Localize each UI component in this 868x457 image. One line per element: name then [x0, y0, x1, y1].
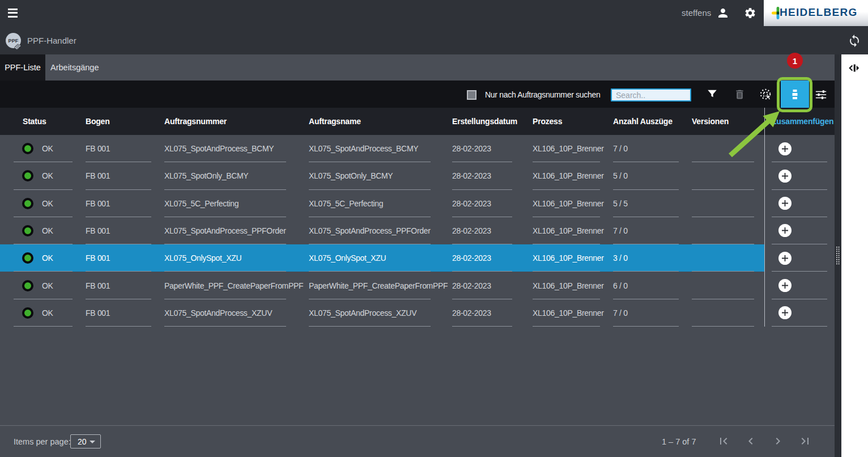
- merge-add-button[interactable]: [778, 279, 792, 292]
- column-header-auftragsnummer[interactable]: Auftragsnummer: [164, 117, 309, 126]
- plus-icon: [781, 172, 789, 180]
- column-settings-icon[interactable]: [815, 88, 827, 101]
- cell-auftragsname: XL075_SpotAndProcess_XZUV: [309, 299, 452, 327]
- more-actions-button[interactable]: [781, 81, 809, 108]
- refresh-icon[interactable]: [848, 34, 861, 48]
- filter-icon[interactable]: [706, 88, 718, 100]
- cell-auftragsname: XL075_SpotAndProcess_BCMY: [309, 135, 452, 162]
- tab-ppf-liste[interactable]: PPF-Liste: [0, 54, 45, 81]
- settings-gear-icon[interactable]: [744, 7, 756, 19]
- cell-anzahl-auszuege: 5 / 0: [613, 162, 692, 189]
- column-header-prozess[interactable]: Prozess: [533, 117, 613, 126]
- app-title: PPF-Handler: [27, 36, 76, 45]
- merge-add-button[interactable]: [778, 252, 792, 265]
- cell-erstellungsdatum: 28-02-2023: [452, 272, 533, 299]
- column-divider: [764, 108, 765, 327]
- items-per-page-select[interactable]: 20: [70, 434, 101, 448]
- username-label: steffens: [682, 8, 711, 18]
- cell-zusammenfuegen: [764, 244, 835, 272]
- cell-zusammenfuegen: [764, 135, 835, 162]
- cell-prozess: XL106_10P_Brenner: [533, 135, 613, 162]
- plus-icon: [781, 282, 789, 289]
- cell-anzahl-auszuege: 3 / 0: [613, 244, 692, 272]
- column-header-zusammenfuegen[interactable]: Zusammenfügen: [764, 117, 835, 126]
- cell-zusammenfuegen: [764, 272, 835, 299]
- select-area-icon[interactable]: [759, 88, 773, 101]
- table-row[interactable]: OK FB 001 XL075_SpotOnly_BCMY XL075_Spot…: [0, 162, 835, 189]
- cell-prozess: XL106_10P_Brenner: [533, 272, 613, 299]
- ppf-table: Status Bogen Auftragsnummer Auftragsname…: [0, 108, 835, 425]
- user-icon[interactable]: [716, 6, 730, 20]
- more-actions-icon: [792, 90, 798, 99]
- cell-versionen: [692, 190, 764, 217]
- page-range-label: 1 – 7 of 7: [662, 437, 696, 446]
- column-header-bogen[interactable]: Bogen: [86, 117, 164, 126]
- cell-bogen: FB 001: [86, 217, 164, 244]
- cell-versionen: [692, 217, 764, 244]
- first-page-icon[interactable]: [717, 434, 730, 448]
- cell-prozess: XL106_10P_Brenner: [533, 190, 613, 217]
- cell-auftragsnummer: XL075_OnlySpot_XZU: [164, 244, 309, 272]
- delete-icon[interactable]: [734, 88, 746, 100]
- ppf-handler-window: steffens HEIDELBERG PPF PPF-Handler: [0, 0, 868, 457]
- column-header-auftragsname[interactable]: Auftragsname: [309, 117, 452, 126]
- dropdown-caret-icon: [90, 441, 95, 443]
- toolbar: Nur nach Auftragsnummer suchen: [0, 81, 835, 108]
- cell-auftragsname: XL075_OnlySpot_XZU: [309, 244, 452, 272]
- plus-icon: [781, 309, 789, 316]
- table-body: OK FB 001 XL075_SpotAndProcess_BCMY XL07…: [0, 135, 835, 327]
- column-header-versionen[interactable]: Versionen: [692, 117, 764, 126]
- table-row[interactable]: OK FB 001 XL075_SpotAndProcess_PPFOrder …: [0, 217, 835, 244]
- merge-add-button[interactable]: [778, 170, 792, 183]
- table-row[interactable]: OK FB 001 XL075_5C_Perfecting XL075_5C_P…: [0, 190, 835, 217]
- plus-icon: [781, 255, 789, 262]
- cell-bogen: FB 001: [86, 190, 164, 217]
- cell-erstellungsdatum: 28-02-2023: [452, 244, 533, 272]
- hand-icon: [13, 42, 22, 51]
- status-ok-icon: [22, 252, 33, 264]
- cell-erstellungsdatum: 28-02-2023: [452, 190, 533, 217]
- plus-icon: [781, 200, 789, 207]
- cell-auftragsnummer: XL075_SpotAndProcess_BCMY: [164, 135, 309, 162]
- table-row-selected[interactable]: OK FB 001 XL075_OnlySpot_XZU XL075_OnlyS…: [0, 244, 835, 272]
- table-row[interactable]: OK FB 001 XL075_SpotAndProcess_BCMY XL07…: [0, 135, 835, 162]
- cell-versionen: [692, 162, 764, 189]
- tab-arbeitsgaenge[interactable]: Arbeitsgänge: [45, 54, 104, 81]
- cell-bogen: FB 001: [86, 272, 164, 299]
- merge-add-button[interactable]: [778, 197, 792, 210]
- items-per-page-label: Items per page:: [14, 437, 71, 446]
- cell-auftragsname: PaperWhite_PPF_CreatePaperFromPPF: [309, 272, 452, 299]
- cell-status: OK: [14, 244, 86, 272]
- cell-auftragsnummer: XL075_SpotAndProcess_PPFOrder: [164, 217, 309, 244]
- merge-add-button[interactable]: [778, 224, 792, 237]
- cell-status: OK: [14, 162, 86, 189]
- menu-icon[interactable]: [8, 9, 18, 18]
- last-page-icon[interactable]: [798, 434, 812, 448]
- order-number-only-checkbox[interactable]: [467, 90, 476, 100]
- table-row[interactable]: OK FB 001 PaperWhite_PPF_CreatePaperFrom…: [0, 272, 835, 299]
- splitter-grip-icon[interactable]: [836, 246, 840, 265]
- cell-anzahl-auszuege: 7 / 0: [613, 217, 692, 244]
- panel-splitter[interactable]: [835, 54, 841, 457]
- previous-page-icon[interactable]: [744, 434, 758, 448]
- column-header-erstellungsdatum[interactable]: Erstellungsdatum: [452, 117, 533, 126]
- column-header-status[interactable]: Status: [14, 117, 86, 126]
- paginator-bar: Items per page: 20 1 – 7 of 7: [0, 425, 835, 457]
- cell-zusammenfuegen: [764, 190, 835, 217]
- merge-add-button[interactable]: [778, 306, 792, 319]
- search-input[interactable]: [611, 88, 691, 101]
- merge-add-button[interactable]: [778, 142, 792, 155]
- expand-panel-icon[interactable]: [848, 62, 861, 74]
- cell-auftragsnummer: XL075_5C_Perfecting: [164, 190, 309, 217]
- cell-zusammenfuegen: [764, 299, 835, 327]
- table-header: Status Bogen Auftragsnummer Auftragsname…: [0, 108, 835, 135]
- cell-anzahl-auszuege: 7 / 0: [613, 135, 692, 162]
- cell-erstellungsdatum: 28-02-2023: [452, 217, 533, 244]
- status-ok-icon: [22, 143, 33, 154]
- cell-status: OK: [14, 190, 86, 217]
- cell-status: OK: [14, 272, 86, 299]
- items-per-page-value: 20: [78, 437, 87, 446]
- next-page-icon[interactable]: [771, 434, 785, 448]
- table-row[interactable]: OK FB 001 XL075_SpotAndProcess_XZUV XL07…: [0, 299, 835, 327]
- column-header-anzahl-auszuege[interactable]: Anzahl Auszüge: [613, 117, 692, 126]
